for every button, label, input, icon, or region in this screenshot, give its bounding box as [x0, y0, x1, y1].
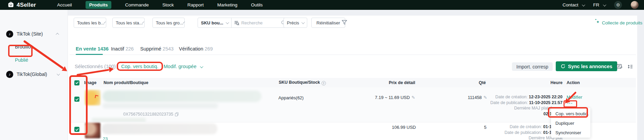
tab-en-vente[interactable]: En vente1436 — [76, 46, 109, 52]
app-screen: 4Seller Accueil Produits Commande Stock … — [0, 0, 644, 140]
sidebar-group-tiktok-site[interactable]: ♪ TikTok (Site) — [0, 29, 68, 38]
select-value: Tous les gro... — [156, 20, 183, 25]
app-logo-icon — [7, 1, 14, 9]
copy-icon[interactable] — [175, 112, 179, 116]
tab-count: 1436 — [97, 46, 108, 52]
nav-item-produits[interactable]: Produits — [86, 1, 112, 9]
copy-to-shop-button[interactable]: Cop. vers boutiq. — [121, 64, 159, 69]
sidebar-group-label: TikTok(Global) — [17, 72, 47, 77]
select-value: Précis — [287, 20, 299, 25]
menu-item-copy-to-shop[interactable]: Cop. vers boutiq. — [551, 109, 590, 118]
product-name-blurred — [102, 123, 217, 134]
brand-name: 4Seller — [17, 2, 36, 8]
sidebar: ♪ TikTok (Site) Brouillon Publié ♪ TikTo… — [0, 10, 68, 140]
status-filter-select[interactable]: Tous les sta... — [112, 18, 145, 28]
language-dropdown[interactable]: FR — [593, 2, 605, 7]
nav-item-stock[interactable]: Stock — [162, 2, 174, 7]
product-thumbnail[interactable] — [85, 123, 100, 138]
header-action: Action — [565, 80, 636, 85]
selected-count-label: Sélectionnés (100) — [75, 64, 116, 69]
select-value: Toutes les b... — [77, 20, 104, 25]
sidebar-group-tiktok-global[interactable]: ♪ TikTok(Global) — [0, 70, 68, 79]
select-value: SKU bou... — [201, 20, 223, 25]
tab-label: En vente — [76, 46, 96, 52]
scroll-gutter — [637, 16, 644, 140]
select-value: Tous les sta... — [116, 20, 143, 25]
import-mapping-button[interactable]: Import. corresp — [512, 62, 553, 71]
search-filter-lines-icon — [232, 20, 239, 25]
contact-dropdown[interactable]: Contact — [563, 2, 584, 7]
nav-item-rapport[interactable]: Rapport — [187, 2, 204, 7]
shop-filter-select[interactable]: Toutes les b... — [74, 18, 106, 28]
precision-select[interactable]: Précis — [283, 18, 307, 28]
header-time: Heure — [490, 80, 565, 85]
tabs-divider — [70, 55, 636, 55]
brand[interactable]: 4Seller — [7, 1, 36, 9]
nav-item-outils[interactable]: Outils — [251, 2, 263, 7]
date-value: 12-23-2025 22:20 — [529, 95, 563, 99]
header-qty: Qté — [419, 80, 490, 85]
bulk-edit-dropdown[interactable]: Modif. groupée — [164, 64, 202, 69]
tiktok-icon: ♪ — [6, 71, 13, 78]
nav-item-commande[interactable]: Commande — [125, 2, 149, 7]
page-background — [68, 10, 644, 16]
date-label: Date de publication: — [490, 100, 528, 105]
tab-label: Inactif — [111, 46, 124, 52]
sidebar-item-brouillon[interactable]: Brouillon — [15, 44, 33, 49]
header-name: Nom produit/Boutique — [104, 80, 269, 85]
group-filter-select[interactable]: Tous les gro... — [152, 18, 185, 28]
annotation-mark — [95, 95, 98, 99]
more-actions-button[interactable]: ... — [567, 100, 573, 105]
sku-status: Appariés(62) — [278, 95, 303, 100]
product-name-blurred — [103, 91, 261, 102]
sync-listings-button[interactable]: Sync les annonces — [556, 61, 617, 71]
menu-item-synchronize[interactable]: Synchroniser — [551, 128, 590, 137]
avatar[interactable] — [631, 1, 639, 9]
search-bar: SKU bou... — [198, 18, 289, 28]
chevron-down-icon — [226, 21, 229, 24]
filter-funnel-icon[interactable] — [342, 20, 347, 27]
time-cell: Date de création: 01-19-202 Date de publ… — [468, 124, 563, 140]
gear-icon[interactable]: ⚙ — [614, 1, 622, 9]
active-tab-underline — [76, 54, 103, 55]
nav-item-marketing[interactable]: Marketing — [217, 2, 237, 7]
tab-verification[interactable]: Vérification269 — [179, 46, 213, 52]
chevron-down-icon — [603, 3, 606, 6]
collect-products-link[interactable]: ✦ ✦ Collecte de produits — [595, 20, 642, 25]
bulk-edit-label: Modif. groupée — [164, 64, 197, 69]
date-value: 11-10-2025 21:57 — [529, 100, 563, 105]
edit-price-icon[interactable]: ✎ — [411, 95, 415, 100]
date-label: Date de publication: — [504, 130, 542, 135]
modify-link[interactable]: Modifier — [567, 95, 582, 100]
nav-menu: Accueil Produits Commande Stock Rapport … — [57, 1, 263, 9]
product-id: 0X7567501321882023735 — [123, 112, 173, 117]
shop-name-blurred — [92, 118, 146, 122]
header-image: Image — [84, 80, 104, 85]
price-value: 106.99 USD — [392, 125, 416, 130]
tab-supprime[interactable]: Supprimé2543 — [140, 46, 173, 52]
row-height-icon[interactable] — [627, 64, 633, 71]
tab-label: Supprimé — [140, 46, 161, 52]
chevron-up-icon[interactable] — [56, 33, 59, 36]
select-all-checkbox[interactable] — [74, 80, 79, 85]
search-type-select[interactable]: SKU bou... — [198, 18, 232, 27]
tab-label: Vérification — [179, 46, 203, 52]
menu-item-duplicate[interactable]: Dupliquer — [551, 118, 590, 128]
tab-inactif[interactable]: Inactif226 — [111, 46, 134, 52]
sidebar-item-publie[interactable]: Publié — [15, 57, 28, 63]
toolbar-divider: | — [116, 64, 117, 69]
chevron-down-icon[interactable] — [57, 72, 60, 76]
row-checkbox[interactable] — [74, 127, 79, 132]
product-subtitle-blurred — [103, 103, 218, 108]
price-value: 7.19 ~ 11.69 USD — [375, 95, 410, 100]
search-input[interactable] — [239, 20, 281, 25]
date-label: Date de création: — [495, 95, 528, 99]
row-checkbox[interactable] — [74, 97, 79, 102]
tab-count: 269 — [205, 46, 213, 52]
chevron-down-icon — [301, 21, 305, 24]
nav-item-accueil[interactable]: Accueil — [57, 2, 72, 7]
product-thumbnail[interactable] — [85, 90, 100, 105]
reset-button[interactable]: Réinitialiser — [311, 18, 345, 28]
language-label: FR — [593, 2, 599, 7]
table-settings-icon[interactable] — [617, 64, 623, 71]
